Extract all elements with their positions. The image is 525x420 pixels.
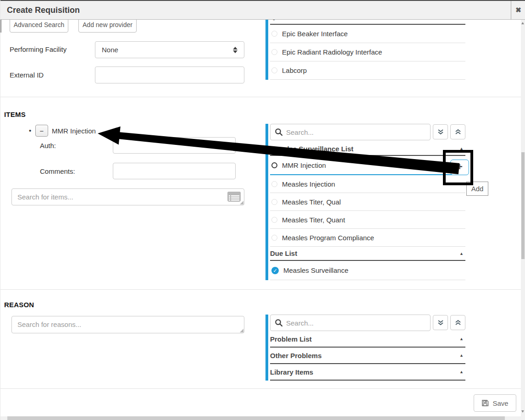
close-button[interactable]: ✖ <box>511 1 525 19</box>
vertical-scrollbar-thumb[interactable] <box>521 152 525 259</box>
collapse-icon[interactable]: ▲ <box>459 251 465 256</box>
panel-accent-bar <box>265 315 268 381</box>
collapse-all-button[interactable] <box>450 315 465 330</box>
comments-field[interactable] <box>113 163 236 179</box>
radio-icon <box>271 67 277 73</box>
reason-panel-search-input[interactable] <box>270 315 431 331</box>
save-floppy-icon <box>481 399 489 407</box>
collapse-icon[interactable]: ▲ <box>459 146 465 151</box>
list-item[interactable]: Epic Radiant Radiology Interface <box>270 43 465 61</box>
close-icon: ✖ <box>515 6 521 14</box>
collapse-icon[interactable]: ▲ <box>459 337 465 341</box>
items-search-input[interactable] <box>11 188 244 205</box>
vertical-scrollbar[interactable] <box>521 20 525 416</box>
section-divider <box>0 289 521 290</box>
panel-accent-bar <box>265 12 268 80</box>
auth-field[interactable] <box>113 137 236 154</box>
comments-label: Comments: <box>40 167 75 175</box>
group-header-other-problems[interactable]: Other Problems ▲ <box>270 348 465 364</box>
list-item[interactable]: ✓ Measles Surveillance <box>270 261 465 280</box>
reason-search-input[interactable] <box>11 316 244 333</box>
double-chevron-up-icon <box>455 320 461 326</box>
list-item-label: MMR Injection <box>282 161 326 169</box>
items-search-box <box>11 188 244 205</box>
collapse-icon[interactable]: ▲ <box>459 353 465 358</box>
reason-section-title: REASON <box>4 301 34 309</box>
checked-icon: ✓ <box>271 267 279 274</box>
collapse-all-button[interactable] <box>450 124 465 139</box>
radio-icon <box>271 31 277 37</box>
selected-item-label: MMR Injection <box>52 127 96 135</box>
select-value: None <box>102 46 118 54</box>
list-icon <box>227 191 241 202</box>
double-chevron-up-icon <box>455 129 461 135</box>
bullet-icon: • <box>29 127 31 134</box>
search-icon <box>275 128 283 136</box>
clipped-element-edge <box>0 20 1 33</box>
scroll-down-icon[interactable] <box>521 410 524 413</box>
group-header-library-items[interactable]: Library Items ▲ <box>270 364 465 381</box>
group-header-problem-list[interactable]: Problem List ▲ <box>270 331 465 348</box>
expand-all-button[interactable] <box>433 124 448 139</box>
create-requisition-dialog: Quick List Epic Beaker Interface Epic Ra… <box>0 0 525 420</box>
list-item-label: Epic Beaker Interface <box>282 30 348 38</box>
list-item-label: Measles Program Compliance <box>282 234 374 242</box>
list-item[interactable]: Measles Program Compliance <box>270 229 465 247</box>
list-item[interactable]: Measles Titer, Qual <box>270 193 465 211</box>
items-panel-search-input[interactable] <box>270 124 431 140</box>
reason-picker-panel: Problem List ▲ Other Problems ▲ Library … <box>265 315 465 381</box>
quick-list-panel: Quick List Epic Beaker Interface Epic Ra… <box>265 12 465 80</box>
list-item[interactable]: MMR Injection <box>270 156 465 175</box>
radio-icon <box>271 199 277 205</box>
group-title: Library Items <box>270 368 313 376</box>
performing-facility-select[interactable]: None <box>95 41 244 58</box>
horizontal-scrollbar[interactable] <box>0 416 525 420</box>
auth-label: Auth: <box>40 142 56 149</box>
radio-icon <box>271 235 277 241</box>
list-item-label: Epic Radiant Radiology Interface <box>282 48 382 56</box>
list-item-label: Labcorp <box>282 66 307 74</box>
list-item-label: Measles Injection <box>282 180 335 188</box>
footer-divider <box>0 388 521 389</box>
list-item-label: Measles Titer, Quant <box>282 216 345 224</box>
resize-grip-icon[interactable] <box>240 329 243 332</box>
list-item[interactable]: Measles Titer, Quant <box>270 211 465 229</box>
add-tooltip: Add <box>466 182 488 196</box>
item-list-picker-button[interactable] <box>227 191 241 202</box>
expand-all-button[interactable] <box>433 315 448 330</box>
list-item[interactable]: Epic Beaker Interface <box>270 25 465 43</box>
dialog-title: Create Requisition <box>7 6 80 15</box>
performing-facility-label: Performing Facility <box>10 45 66 53</box>
group-title: Measles Surveillance List <box>270 145 354 153</box>
radio-icon <box>271 181 277 187</box>
save-button[interactable]: Save <box>474 394 516 412</box>
titlebar: Create Requisition ✖ <box>0 0 525 20</box>
external-id-label: External ID <box>10 71 44 79</box>
list-item[interactable]: Measles Injection <box>270 175 465 193</box>
external-id-field[interactable] <box>95 66 244 83</box>
list-item-label: Measles Surveillance <box>283 266 348 274</box>
items-section-title: ITEMS <box>4 111 26 118</box>
items-picker-panel: Measles Surveillance List ▲ MMR Injectio… <box>265 124 465 280</box>
section-divider <box>0 97 521 97</box>
reason-search-box <box>11 316 244 333</box>
remove-item-button[interactable]: − <box>35 125 48 137</box>
add-item-plus-button[interactable]: + <box>450 160 469 175</box>
resize-grip-icon[interactable] <box>240 201 243 204</box>
scroll-up-icon[interactable] <box>521 22 524 24</box>
search-icon <box>275 319 283 327</box>
collapse-icon[interactable]: ▲ <box>459 370 465 374</box>
select-arrows-icon <box>233 47 238 53</box>
group-header-measles-surveillance-list[interactable]: Measles Surveillance List ▲ <box>270 142 465 156</box>
list-item[interactable]: Labcorp <box>270 61 465 80</box>
double-chevron-down-icon <box>437 320 444 326</box>
group-title: Due List <box>270 249 297 257</box>
double-chevron-down-icon <box>437 129 444 135</box>
group-title: Other Problems <box>270 352 322 359</box>
group-title: Problem List <box>270 335 312 343</box>
add-tooltip-label: Add <box>471 185 484 193</box>
group-header-due-list[interactable]: Due List ▲ <box>270 247 465 261</box>
radio-icon <box>271 217 277 223</box>
horizontal-scrollbar-thumb[interactable] <box>7 416 505 420</box>
save-button-label: Save <box>492 399 508 407</box>
